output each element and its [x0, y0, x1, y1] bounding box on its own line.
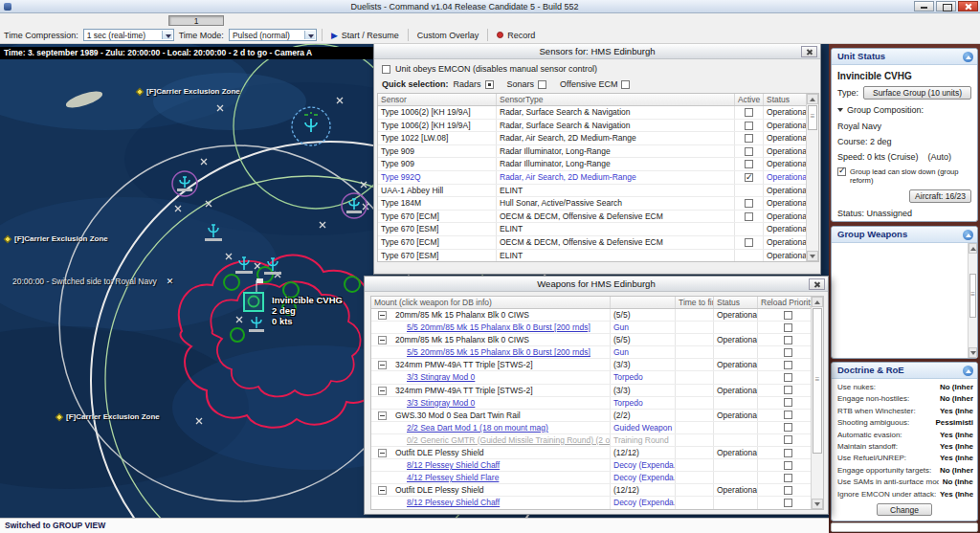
sensor-name[interactable]: Type 1006(2) [KH 19/9A]	[378, 106, 497, 119]
close-icon[interactable]	[801, 46, 817, 57]
active-checkbox[interactable]	[745, 108, 753, 117]
weapon-name[interactable]: 8/12 Plessey Shield Chaff	[407, 460, 500, 470]
reload-priority-checkbox[interactable]	[784, 361, 792, 369]
filter-checkbox[interactable]	[538, 80, 546, 89]
sensor-name[interactable]: Type 909	[378, 145, 497, 158]
reload-priority-checkbox[interactable]	[784, 486, 792, 495]
scrollbar-thumb[interactable]	[813, 308, 822, 454]
weapon-link[interactable]	[832, 289, 968, 300]
sensors-dialog-title[interactable]: Sensors for: HMS Edinburgh	[374, 44, 820, 59]
sensor-name[interactable]: Type 184M	[378, 197, 497, 210]
table-row[interactable]: Type 992Q Radar, Air Search, 2D Medium-R…	[378, 171, 818, 185]
weapon-link[interactable]	[832, 347, 968, 358]
weapon-name[interactable]: 5/5 20mm/85 Mk 15 Phalanx Blk 0 Burst [2…	[407, 347, 590, 357]
filter-checkbox[interactable]	[485, 80, 494, 89]
weapon-name[interactable]: Outfit DLE Plessy Shield	[395, 485, 484, 495]
col-qty[interactable]	[611, 297, 676, 308]
time-compression-select[interactable]: 1 sec (real-time)	[83, 29, 174, 41]
reload-priority-checkbox[interactable]	[784, 348, 792, 357]
table-row[interactable]: Type 184M Hull Sonar, Active/Passive Sea…	[378, 197, 818, 211]
reload-priority-checkbox[interactable]	[784, 311, 792, 320]
sensor-name[interactable]: Type 992Q	[378, 171, 497, 184]
scrollbar-thumb[interactable]	[969, 274, 976, 318]
collapse-icon[interactable]	[378, 449, 387, 457]
weapon-name[interactable]: 0/2 Generic GMTR (Guided Missile Trainin…	[407, 435, 611, 445]
reference-point-label[interactable]: [F]Carrier Exclusion Zone	[5, 234, 108, 243]
sensor-name[interactable]: Type 670 [ECM]	[378, 236, 497, 249]
reload-priority-checkbox[interactable]	[784, 499, 792, 507]
reload-priority-checkbox[interactable]	[784, 449, 792, 457]
emcon-checkbox[interactable]	[382, 65, 390, 74]
table-row[interactable]: 324mm PMW-49A TT Triple [STWS-2] (3/3) O…	[371, 385, 823, 397]
weapon-link[interactable]	[832, 336, 968, 347]
reference-point-diamond-icon[interactable]	[56, 412, 63, 420]
table-row[interactable]: 20mm/85 Mk 15 Phalanx Blk 0 CIWS (5/5) O…	[371, 309, 823, 322]
collapse-icon[interactable]	[378, 486, 387, 495]
active-checkbox[interactable]	[745, 122, 753, 130]
active-checkbox[interactable]	[745, 147, 753, 156]
scrollbar[interactable]	[811, 297, 823, 509]
close-icon[interactable]	[809, 278, 825, 290]
active-checkbox[interactable]	[745, 134, 753, 143]
col-mount[interactable]: Mount (click weapon for DB info)	[371, 297, 611, 308]
weapon-name[interactable]: 4/12 Plessey Shield Flare	[407, 473, 499, 482]
time-mode-select[interactable]: Pulsed (normal)	[229, 29, 317, 41]
collapse-icon[interactable]	[963, 366, 973, 376]
reload-priority-checkbox[interactable]	[784, 474, 792, 482]
reload-priority-checkbox[interactable]	[784, 336, 792, 344]
collapse-icon[interactable]	[963, 52, 973, 62]
weapon-name[interactable]: Outfit DLE Plessy Shield	[395, 448, 484, 457]
sensor-name[interactable]: Type 670 [ECM]	[378, 211, 497, 223]
weapon-name[interactable]: 2/2 Sea Dart Mod 1 (18 on mount mag)	[407, 423, 548, 433]
window-minimize-button[interactable]	[914, 1, 934, 11]
table-row[interactable]: 20mm/85 Mk 15 Phalanx Blk 0 CIWS (5/5) O…	[371, 334, 823, 346]
collapse-icon[interactable]	[378, 387, 387, 395]
col-active[interactable]: Active	[735, 94, 764, 105]
aircraft-button[interactable]: Aircraft: 16/23	[909, 189, 971, 203]
group-composition-toggle[interactable]: Group Composition:	[837, 105, 971, 115]
sensor-name[interactable]: UAA-1 Abbey Hill	[378, 185, 497, 197]
table-row[interactable]: UAA-1 Abbey Hill ELINT Operational	[378, 185, 818, 198]
weapon-link[interactable]	[832, 300, 968, 312]
scrollbar[interactable]	[806, 94, 818, 261]
table-row[interactable]: Type 909 Radar Illuminator, Long-Range O…	[378, 158, 818, 171]
reload-priority-checkbox[interactable]	[784, 398, 792, 407]
weapon-name[interactable]: 8/12 Plessey Shield Chaff	[407, 498, 500, 507]
table-row[interactable]: 8/12 Plessey Shield Chaff Decoy (Expenda…	[371, 459, 823, 472]
weapon-link[interactable]	[832, 278, 968, 289]
reload-priority-checkbox[interactable]	[784, 461, 792, 470]
active-checkbox[interactable]	[745, 199, 753, 208]
col-time-to-fire[interactable]: Time to fire	[676, 297, 714, 308]
filter-checkbox[interactable]	[621, 80, 630, 89]
reload-priority-checkbox[interactable]	[784, 423, 792, 432]
weapon-link[interactable]	[832, 324, 968, 336]
table-row[interactable]: Type 670 [ESM] ELINT Operational	[378, 223, 818, 236]
window-maximize-button[interactable]	[936, 1, 956, 11]
sensor-name[interactable]: Type 1022 [LW.08]	[378, 132, 497, 144]
chevron-down-icon[interactable]	[162, 31, 172, 39]
sensor-name[interactable]: Type 670 [ESM]	[378, 250, 497, 262]
col-status[interactable]: Status	[764, 94, 808, 105]
window-close-button[interactable]	[958, 1, 978, 11]
collapse-icon[interactable]	[378, 336, 387, 344]
scroll-down-icon[interactable]	[807, 251, 818, 261]
weapon-name[interactable]: 20mm/85 Mk 15 Phalanx Blk 0 CIWS	[395, 310, 529, 320]
sensor-name[interactable]: Type 670 [ESM]	[378, 223, 497, 235]
sensor-name[interactable]: Type 1006(2) [KH 19/9A]	[378, 120, 497, 132]
table-row[interactable]: Outfit DLE Plessy Shield (12/12) Operati…	[371, 484, 823, 497]
table-row[interactable]: 4/12 Plessey Shield Flare Decoy (Expenda…	[371, 472, 823, 484]
table-row[interactable]: GWS.30 Mod 0 Sea Dart Twin Rail (2/2) Op…	[371, 410, 823, 422]
change-button[interactable]: Change	[877, 503, 932, 516]
weapon-link[interactable]	[832, 255, 968, 266]
weapon-link[interactable]	[832, 266, 968, 278]
table-row[interactable]: 0/2 Generic GMTR (Guided Missile Trainin…	[371, 434, 823, 447]
table-row[interactable]: Type 670 [ECM] OECM & DECM, Offensive & …	[378, 236, 818, 250]
weapon-name[interactable]: 3/3 Stingray Mod 0	[407, 398, 475, 408]
table-row[interactable]: 5/5 20mm/85 Mk 15 Phalanx Blk 0 Burst [2…	[371, 346, 823, 359]
reload-priority-checkbox[interactable]	[784, 435, 792, 444]
col-sensortype[interactable]: SensorType	[497, 94, 735, 105]
collapse-icon[interactable]	[963, 230, 973, 240]
table-row[interactable]: 3/3 Stingray Mod 0 Torpedo	[371, 371, 823, 384]
scroll-down-icon[interactable]	[812, 499, 823, 509]
table-row[interactable]: Outfit DLE Plessy Shield (12/12) Operati…	[371, 447, 823, 459]
